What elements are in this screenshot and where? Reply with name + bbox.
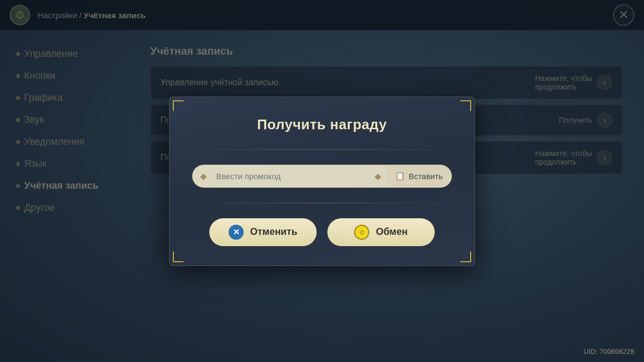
confirm-button[interactable]: ○ Обмен xyxy=(327,218,435,246)
promo-code-input[interactable] xyxy=(212,165,369,187)
cancel-label: Отменить xyxy=(250,226,297,238)
separator-bottom xyxy=(187,203,457,203)
modal-buttons: ✕ Отменить ○ Обмен xyxy=(192,218,452,246)
corner-ornament-tl xyxy=(173,100,184,111)
paste-icon: 📋 xyxy=(395,171,405,181)
input-left-decoration: ◆ xyxy=(193,171,212,181)
input-right-decoration: ◆ xyxy=(369,171,386,181)
promo-modal: Получить награду ◆ ◆ 📋 Вставить ✕ Отмени… xyxy=(169,97,475,266)
modal-title: Получить награду xyxy=(192,116,452,133)
uid-label: UID: 700698228 xyxy=(583,348,634,356)
confirm-icon: ○ xyxy=(354,225,369,240)
corner-ornament-br xyxy=(460,252,471,262)
promo-input-wrapper: ◆ ◆ 📋 Вставить xyxy=(192,165,452,188)
cancel-icon: ✕ xyxy=(229,225,244,240)
separator-top xyxy=(187,149,457,150)
cancel-button[interactable]: ✕ Отменить xyxy=(209,218,317,246)
confirm-label: Обмен xyxy=(376,226,407,238)
paste-button[interactable]: 📋 Вставить xyxy=(386,166,451,186)
corner-ornament-bl xyxy=(173,252,184,262)
paste-label: Вставить xyxy=(408,172,443,181)
corner-ornament-tr xyxy=(460,100,471,111)
modal-wrapper: Получить награду ◆ ◆ 📋 Вставить ✕ Отмени… xyxy=(0,0,644,362)
